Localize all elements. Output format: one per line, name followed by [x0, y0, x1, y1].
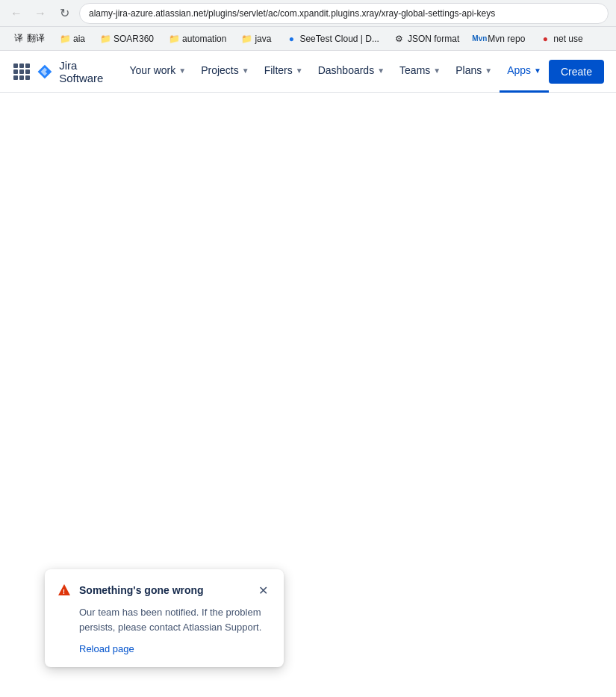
bookmark-java-label: java [255, 34, 271, 44]
toast-title: Something's gone wrong [79, 584, 246, 596]
apps-chevron: ▼ [534, 66, 541, 75]
bookmark-seetest-label: SeeTest Cloud | D... [299, 34, 379, 44]
bookmark-soar360-label: SOAR360 [113, 34, 154, 44]
bookmark-aia-label: aia [73, 34, 85, 44]
teams-label: Teams [399, 64, 430, 76]
netuse-icon: ● [540, 34, 550, 44]
bookmarks-bar: 译 翻译 📁 aia 📁 SOAR360 📁 automation 📁 java… [0, 27, 616, 51]
your-work-label: Your work [129, 64, 175, 76]
jira-navbar: Jira Software Your work ▼ Projects ▼ Fil… [0, 51, 616, 93]
filters-label: Filters [264, 64, 293, 76]
svg-text:!: ! [63, 588, 65, 595]
bookmark-java[interactable]: 📁 java [235, 32, 277, 46]
mvnrepo-icon: Mvn [474, 34, 485, 44]
your-work-chevron: ▼ [178, 66, 186, 75]
nav-dashboards[interactable]: Dashboards ▼ [311, 51, 392, 93]
bookmark-translate-label: 翻译 [27, 32, 45, 45]
forward-button[interactable]: → [31, 4, 49, 22]
folder-icon: 📁 [60, 34, 70, 44]
teams-chevron: ▼ [433, 66, 441, 75]
bookmark-translate[interactable]: 译 翻译 [7, 31, 51, 46]
dashboards-chevron: ▼ [377, 66, 385, 75]
apps-label: Apps [507, 64, 531, 76]
bookmark-automation-label: automation [182, 34, 226, 44]
plans-label: Plans [455, 64, 482, 76]
dashboards-label: Dashboards [318, 64, 375, 76]
error-icon: ! [57, 583, 72, 598]
nav-filters[interactable]: Filters ▼ [257, 51, 311, 93]
create-button[interactable]: Create [549, 60, 604, 84]
filters-chevron: ▼ [296, 66, 303, 75]
bookmark-jsonformat[interactable]: ⚙ JSON format [388, 32, 465, 46]
bookmark-mvnrepo[interactable]: Mvn Mvn repo [468, 32, 531, 46]
bookmark-netuse[interactable]: ● net use [534, 32, 588, 46]
address-text: alamy-jira-azure.atlassian.net/plugins/s… [89, 8, 495, 19]
reload-page-link[interactable]: Reload page [79, 643, 134, 654]
nav-projects[interactable]: Projects ▼ [193, 51, 256, 93]
error-toast: ! Something's gone wrong ✕ Our team has … [45, 569, 284, 667]
bookmark-netuse-label: net use [553, 34, 582, 44]
nav-apps[interactable]: Apps ▼ [500, 51, 549, 93]
bookmark-automation[interactable]: 📁 automation [163, 32, 232, 46]
address-bar[interactable]: alamy-jira-azure.atlassian.net/plugins/s… [79, 3, 609, 24]
jira-diamond-icon [37, 61, 53, 82]
jira-logo-text: Jira Software [59, 59, 110, 84]
folder-icon: 📁 [100, 34, 111, 44]
bookmark-soar360[interactable]: 📁 SOAR360 [94, 32, 160, 46]
toast-body: Our team has been notified. If the probl… [79, 605, 272, 634]
grid-icon [13, 63, 30, 80]
seetest-icon: ● [286, 34, 296, 44]
back-button[interactable]: ← [7, 4, 25, 22]
page-content [0, 93, 616, 616]
toast-close-button[interactable]: ✕ [254, 581, 272, 599]
translate-icon: 译 [13, 34, 24, 44]
bookmark-seetest[interactable]: ● SeeTest Cloud | D... [280, 32, 385, 46]
toast-header: ! Something's gone wrong ✕ [57, 581, 272, 599]
bookmark-aia[interactable]: 📁 aia [54, 32, 91, 46]
jsonformat-icon: ⚙ [394, 34, 405, 44]
nav-teams[interactable]: Teams ▼ [392, 51, 448, 93]
apps-grid-button[interactable] [12, 60, 31, 84]
folder-icon: 📁 [241, 34, 252, 44]
browser-chrome: ← → ↻ alamy-jira-azure.atlassian.net/plu… [0, 0, 616, 27]
nav-your-work[interactable]: Your work ▼ [122, 51, 193, 93]
projects-chevron: ▼ [242, 66, 249, 75]
projects-label: Projects [201, 64, 239, 76]
nav-menu: Your work ▼ Projects ▼ Filters ▼ Dashboa… [122, 51, 604, 93]
bookmark-mvnrepo-label: Mvn repo [488, 34, 525, 44]
bookmark-jsonformat-label: JSON format [408, 34, 459, 44]
folder-icon: 📁 [169, 34, 179, 44]
plans-chevron: ▼ [485, 66, 492, 75]
nav-plans[interactable]: Plans ▼ [448, 51, 500, 93]
reload-button[interactable]: ↻ [55, 4, 73, 22]
jira-logo[interactable]: Jira Software [37, 59, 110, 84]
